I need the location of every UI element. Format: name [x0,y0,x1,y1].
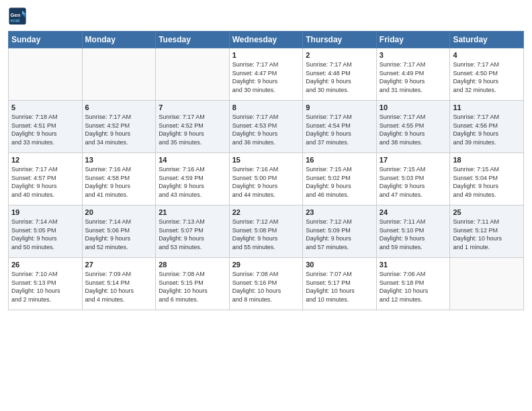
day-info: Sunrise: 7:17 AM Sunset: 4:47 PM Dayligh… [232,60,300,94]
calendar-cell: 15Sunrise: 7:16 AM Sunset: 5:00 PM Dayli… [229,153,303,205]
day-number: 7 [159,103,226,111]
page-header: Gen eral [8,7,524,26]
day-number: 10 [380,103,447,111]
calendar-table: SundayMondayTuesdayWednesdayThursdayFrid… [8,31,524,310]
calendar-cell: 18Sunrise: 7:15 AM Sunset: 5:04 PM Dayli… [450,153,524,205]
day-info: Sunrise: 7:08 AM Sunset: 5:16 PM Dayligh… [232,270,300,304]
day-info: Sunrise: 7:17 AM Sunset: 4:52 PM Dayligh… [159,113,226,146]
day-number: 3 [380,51,447,59]
day-number: 17 [380,156,447,164]
day-info: Sunrise: 7:16 AM Sunset: 5:00 PM Dayligh… [232,165,300,199]
calendar-cell: 4Sunrise: 7:17 AM Sunset: 4:50 PM Daylig… [450,48,524,101]
day-number: 19 [11,208,79,216]
logo: Gen eral [8,7,28,26]
calendar-cell: 10Sunrise: 7:17 AM Sunset: 4:55 PM Dayli… [376,101,450,153]
day-number: 29 [232,261,300,269]
calendar-cell: 20Sunrise: 7:14 AM Sunset: 5:06 PM Dayli… [82,205,156,258]
day-info: Sunrise: 7:07 AM Sunset: 5:17 PM Dayligh… [306,270,373,304]
day-info: Sunrise: 7:09 AM Sunset: 5:14 PM Dayligh… [85,270,153,304]
calendar-week-row: 12Sunrise: 7:17 AM Sunset: 4:57 PM Dayli… [9,153,524,205]
calendar-cell: 2Sunrise: 7:17 AM Sunset: 4:48 PM Daylig… [303,48,377,101]
weekday-header-row: SundayMondayTuesdayWednesdayThursdayFrid… [9,32,524,48]
weekday-header: Wednesday [229,32,303,48]
calendar-cell [156,48,230,101]
calendar-cell: 14Sunrise: 7:16 AM Sunset: 4:59 PM Dayli… [156,153,230,205]
calendar-cell: 21Sunrise: 7:13 AM Sunset: 5:07 PM Dayli… [156,205,230,258]
day-number: 4 [453,51,521,59]
calendar-cell: 25Sunrise: 7:11 AM Sunset: 5:12 PM Dayli… [450,205,524,258]
calendar-cell: 29Sunrise: 7:08 AM Sunset: 5:16 PM Dayli… [229,258,303,310]
day-info: Sunrise: 7:16 AM Sunset: 4:59 PM Dayligh… [159,165,226,199]
calendar-cell: 30Sunrise: 7:07 AM Sunset: 5:17 PM Dayli… [303,258,377,310]
day-number: 28 [159,261,226,269]
day-number: 30 [306,261,373,269]
day-info: Sunrise: 7:17 AM Sunset: 4:53 PM Dayligh… [232,113,300,146]
day-info: Sunrise: 7:15 AM Sunset: 5:03 PM Dayligh… [380,165,447,199]
day-number: 25 [453,208,521,216]
day-info: Sunrise: 7:16 AM Sunset: 4:58 PM Dayligh… [85,165,153,199]
calendar-cell: 9Sunrise: 7:17 AM Sunset: 4:54 PM Daylig… [303,101,377,153]
day-info: Sunrise: 7:17 AM Sunset: 4:49 PM Dayligh… [380,60,447,94]
calendar-cell: 8Sunrise: 7:17 AM Sunset: 4:53 PM Daylig… [229,101,303,153]
weekday-header: Saturday [450,32,524,48]
weekday-header: Sunday [9,32,83,48]
day-info: Sunrise: 7:13 AM Sunset: 5:07 PM Dayligh… [159,218,226,251]
day-number: 26 [11,261,79,269]
svg-text:eral: eral [11,17,20,24]
calendar-cell: 19Sunrise: 7:14 AM Sunset: 5:05 PM Dayli… [9,205,83,258]
day-number: 11 [453,103,521,111]
calendar-cell: 22Sunrise: 7:12 AM Sunset: 5:08 PM Dayli… [229,205,303,258]
day-number: 23 [306,208,373,216]
calendar-cell [450,258,524,310]
calendar-cell: 6Sunrise: 7:17 AM Sunset: 4:52 PM Daylig… [82,101,156,153]
day-info: Sunrise: 7:17 AM Sunset: 4:50 PM Dayligh… [453,60,521,94]
day-number: 20 [85,208,153,216]
calendar-cell: 24Sunrise: 7:11 AM Sunset: 5:10 PM Dayli… [376,205,450,258]
calendar-cell: 3Sunrise: 7:17 AM Sunset: 4:49 PM Daylig… [376,48,450,101]
day-info: Sunrise: 7:11 AM Sunset: 5:12 PM Dayligh… [453,218,521,251]
calendar-week-row: 19Sunrise: 7:14 AM Sunset: 5:05 PM Dayli… [9,205,524,258]
day-number: 13 [85,156,153,164]
day-info: Sunrise: 7:17 AM Sunset: 4:57 PM Dayligh… [11,165,79,199]
calendar-cell: 11Sunrise: 7:17 AM Sunset: 4:56 PM Dayli… [450,101,524,153]
page-container: Gen eral SundayMondayTuesdayWednesdayThu… [0,0,532,316]
calendar-cell: 7Sunrise: 7:17 AM Sunset: 4:52 PM Daylig… [156,101,230,153]
calendar-cell: 17Sunrise: 7:15 AM Sunset: 5:03 PM Dayli… [376,153,450,205]
calendar-cell: 16Sunrise: 7:15 AM Sunset: 5:02 PM Dayli… [303,153,377,205]
day-number: 12 [11,156,79,164]
calendar-cell: 26Sunrise: 7:10 AM Sunset: 5:13 PM Dayli… [9,258,83,310]
day-info: Sunrise: 7:10 AM Sunset: 5:13 PM Dayligh… [11,270,79,304]
calendar-week-row: 26Sunrise: 7:10 AM Sunset: 5:13 PM Dayli… [9,258,524,310]
weekday-header: Monday [82,32,156,48]
day-number: 8 [232,103,300,111]
calendar-cell [9,48,83,101]
day-number: 9 [306,103,373,111]
day-info: Sunrise: 7:18 AM Sunset: 4:51 PM Dayligh… [11,113,79,146]
day-number: 21 [159,208,226,216]
day-number: 24 [380,208,447,216]
day-number: 14 [159,156,226,164]
day-info: Sunrise: 7:06 AM Sunset: 5:18 PM Dayligh… [380,270,447,304]
calendar-cell: 27Sunrise: 7:09 AM Sunset: 5:14 PM Dayli… [82,258,156,310]
day-number: 27 [85,261,153,269]
logo-icon: Gen eral [8,7,27,26]
day-number: 6 [85,103,153,111]
weekday-header: Tuesday [156,32,230,48]
calendar-week-row: 1Sunrise: 7:17 AM Sunset: 4:47 PM Daylig… [9,48,524,101]
calendar-cell: 12Sunrise: 7:17 AM Sunset: 4:57 PM Dayli… [9,153,83,205]
day-info: Sunrise: 7:14 AM Sunset: 5:06 PM Dayligh… [85,218,153,251]
day-info: Sunrise: 7:14 AM Sunset: 5:05 PM Dayligh… [11,218,79,251]
day-info: Sunrise: 7:17 AM Sunset: 4:52 PM Dayligh… [85,113,153,146]
day-info: Sunrise: 7:15 AM Sunset: 5:02 PM Dayligh… [306,165,373,199]
calendar-cell: 23Sunrise: 7:12 AM Sunset: 5:09 PM Dayli… [303,205,377,258]
calendar-week-row: 5Sunrise: 7:18 AM Sunset: 4:51 PM Daylig… [9,101,524,153]
weekday-header: Friday [376,32,450,48]
day-info: Sunrise: 7:12 AM Sunset: 5:09 PM Dayligh… [306,218,373,251]
day-number: 16 [306,156,373,164]
day-number: 1 [232,51,300,59]
day-number: 18 [453,156,521,164]
day-info: Sunrise: 7:08 AM Sunset: 5:15 PM Dayligh… [159,270,226,304]
calendar-cell: 5Sunrise: 7:18 AM Sunset: 4:51 PM Daylig… [9,101,83,153]
calendar-cell: 1Sunrise: 7:17 AM Sunset: 4:47 PM Daylig… [229,48,303,101]
day-number: 15 [232,156,300,164]
